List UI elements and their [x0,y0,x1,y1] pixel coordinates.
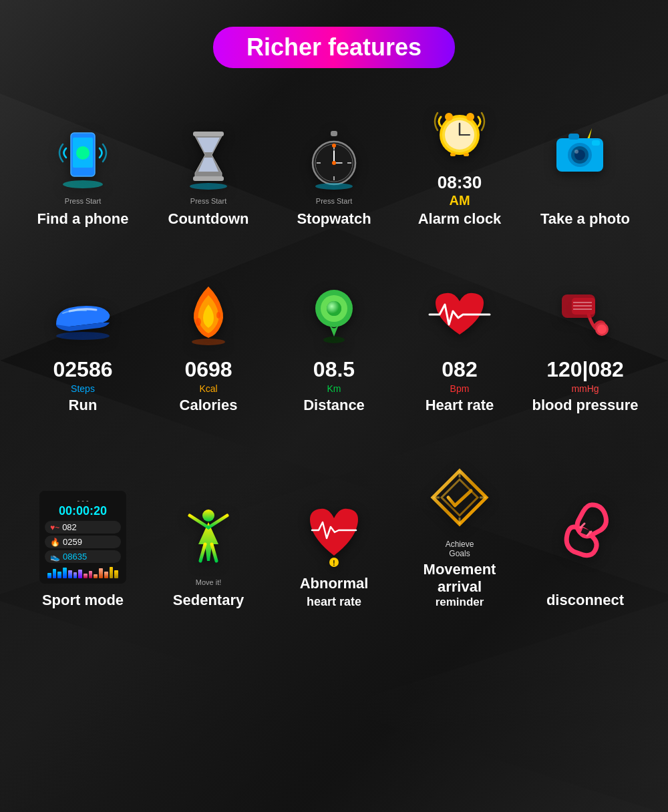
svg-point-33 [574,150,578,154]
sport-hr-row: ♥~ 082 [45,521,121,534]
sport-steps-value: 08635 [63,552,87,562]
svg-point-16 [332,144,336,148]
run-unit: Steps [71,383,95,394]
svg-rect-5 [193,176,224,181]
stopwatch-icon [301,126,367,193]
svg-point-18 [315,183,353,190]
alarm-time: 08:30 [438,172,482,193]
svg-point-40 [323,337,345,343]
diamond-check-icon [426,467,493,534]
svg-point-44 [327,301,341,316]
wave-bar [57,572,61,578]
feature-movement-arrival: AchieveGoals Movement arrival reminder [401,467,518,609]
alarm-time-display: 08:30 AM [438,172,482,208]
svg-line-56 [212,544,216,561]
feature-distance: 08.5 Km Distance [276,281,393,414]
wave-bar [78,570,82,578]
bp-value: 120|082 [546,357,624,382]
sport-hr-icon: ♥~ [50,523,59,532]
wave-bar [63,568,67,578]
feature-calories: 0698 Kcal Calories [150,281,267,414]
feature-find-phone: Press Start Find a phone [25,126,142,228]
row1-features: Press Start Find a phone [0,88,668,248]
wave-bar [104,572,108,578]
alarm-title: Alarm clock [418,210,502,228]
run-title: Run [69,397,98,414]
countdown-press-label: Press Start [190,197,226,205]
feature-sport-mode: - - - 00:00:20 ♥~ 082 🔥 0259 👟 08635 [25,491,142,609]
chain-break-icon [552,498,619,565]
heart-rate-unit: Bpm [450,383,470,394]
feature-alarm: 08:30 AM Alarm clock [401,102,518,228]
phone-icon [49,126,116,193]
divider-1 [0,248,668,268]
calories-unit: Kcal [199,383,217,394]
abnormal-hr-title: Abnormal [300,575,369,592]
sport-cal-row: 🔥 0259 [45,536,121,548]
svg-point-52 [202,510,214,522]
svg-text:!: ! [333,560,335,567]
sport-mode-display: - - - 00:00:20 ♥~ 082 🔥 0259 👟 08635 [39,491,126,584]
svg-line-66 [580,524,584,528]
row3-features: - - - 00:00:20 ♥~ 082 🔥 0259 👟 08635 [0,454,668,636]
location-icon [301,281,367,348]
sport-cal-value: 0259 [63,537,82,547]
wave-bar [68,570,72,578]
calories-value: 0698 [184,357,232,382]
sedentary-sub: Move it! [196,578,222,586]
svg-line-65 [582,530,589,533]
find-phone-press-label: Press Start [65,197,101,205]
disconnect-title: disconnect [546,592,624,609]
stopwatch-press-label: Press Start [316,197,352,205]
heart-rate-value: 082 [442,357,477,382]
feature-disconnect: disconnect [527,498,644,609]
page-wrapper: Richer features [0,0,668,812]
svg-point-3 [63,180,103,188]
page-title: Richer features [213,27,455,68]
wave-bar [94,574,98,578]
sport-cal-icon: 🔥 [50,538,60,547]
camera-title: Take a photo [540,210,630,228]
bp-icon [552,281,619,348]
bp-unit: mmHg [571,383,599,394]
calories-title: Calories [180,397,238,414]
abnormal-hr-title2: heart rate [307,595,361,609]
distance-unit: Km [327,383,341,394]
alarm-period: AM [438,193,482,208]
svg-rect-26 [450,153,456,156]
person-icon [175,508,242,574]
feature-abnormal-hr: ! Abnormal heart rate [276,501,393,609]
hourglass-icon [175,126,242,193]
svg-point-38 [216,312,220,319]
wave-bar [110,567,114,578]
sport-steps-icon: 👟 [50,552,60,562]
divider-2 [0,434,668,454]
distance-title: Distance [303,397,365,414]
svg-rect-34 [568,134,579,140]
heart-rate-icon [426,281,493,348]
bp-title: blood pressure [532,397,639,414]
wave-bar [73,572,77,578]
svg-point-6 [190,183,227,190]
sport-timer: 00:00:20 [45,504,121,518]
svg-point-47 [597,325,607,334]
svg-line-55 [200,544,205,561]
wave-bar [89,571,93,578]
wave-bar [84,574,88,578]
sport-dashes: - - - [45,496,121,504]
fire-icon [175,281,242,348]
sport-wave-chart [45,566,121,578]
heart-rate-title: Heart rate [426,397,494,414]
feature-run: 02586 Steps Run [25,281,142,414]
wave-bar [99,568,103,578]
feature-heart-rate: 082 Bpm Heart rate [401,281,518,414]
feature-camera: Take a photo [527,118,644,228]
svg-point-17 [332,161,336,165]
title-section: Richer features [0,0,668,88]
achieve-goals: AchieveGoals [446,540,474,558]
sport-mode-title: Sport mode [42,592,124,609]
svg-point-2 [76,146,90,160]
sport-steps-row: 👟 08635 [45,550,121,563]
camera-icon [552,118,619,185]
sedentary-title: Sedentary [173,592,244,609]
